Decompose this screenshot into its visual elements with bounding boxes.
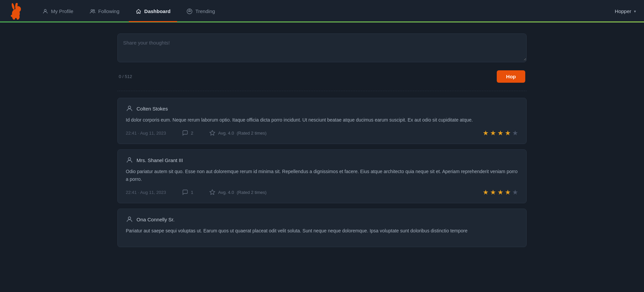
user-icon bbox=[42, 8, 48, 14]
star-2[interactable]: ★ bbox=[490, 188, 496, 196]
post-content: Odio pariatur autem sit quo. Esse non au… bbox=[126, 168, 518, 183]
post-author: Colten Stokes bbox=[126, 105, 518, 112]
star-1[interactable]: ★ bbox=[483, 188, 489, 196]
svg-point-8 bbox=[91, 9, 93, 11]
star-1[interactable]: ★ bbox=[483, 129, 489, 137]
svg-point-17 bbox=[128, 217, 130, 219]
post-author: Mrs. Shanel Grant III bbox=[126, 156, 518, 164]
comment-icon bbox=[182, 130, 188, 136]
comments-button[interactable]: 2 bbox=[182, 130, 193, 136]
avg-rating: Avg. 4.0 bbox=[218, 131, 234, 136]
main-content: 0 / 512 Hop Colten Stokes Id dolor corpo… bbox=[111, 23, 533, 263]
post-content: Id dolor corporis eum. Neque rerum labor… bbox=[126, 116, 518, 124]
trending-icon bbox=[186, 8, 193, 14]
svg-point-15 bbox=[128, 158, 130, 160]
rating-display: Avg. 4.0 (Rated 2 times) bbox=[209, 189, 266, 195]
star-3[interactable]: ★ bbox=[497, 188, 503, 196]
rating-star-icon bbox=[209, 130, 215, 136]
char-count: 0 / 512 bbox=[119, 74, 132, 79]
svg-marker-14 bbox=[210, 131, 215, 135]
post-time: 22:41 · Aug 11, 2023 bbox=[126, 131, 166, 136]
nav-label-profile: My Profile bbox=[51, 8, 73, 14]
thought-textarea[interactable] bbox=[118, 34, 526, 61]
nav-item-dashboard[interactable]: Dashboard bbox=[129, 1, 177, 22]
rating-display: Avg. 4.0 (Rated 2 times) bbox=[209, 130, 266, 136]
thought-footer: 0 / 512 Hop bbox=[117, 68, 527, 84]
user-chevron: ▾ bbox=[634, 9, 636, 14]
post-card: Mrs. Shanel Grant III Odio pariatur aute… bbox=[117, 149, 527, 203]
svg-point-12 bbox=[190, 10, 191, 11]
users-icon bbox=[90, 8, 96, 14]
svg-point-13 bbox=[128, 106, 130, 108]
hop-button[interactable]: Hop bbox=[497, 70, 525, 83]
star-5[interactable]: ★ bbox=[512, 129, 518, 137]
svg-point-11 bbox=[189, 10, 189, 11]
svg-point-2 bbox=[11, 3, 15, 10]
divider bbox=[117, 91, 527, 91]
post-time: 22:41 · Aug 11, 2023 bbox=[126, 190, 166, 195]
user-menu[interactable]: Hopper ▾ bbox=[615, 8, 636, 14]
user-name: Hopper bbox=[615, 8, 631, 14]
author-name[interactable]: Mrs. Shanel Grant III bbox=[137, 157, 183, 163]
nav-label-following: Following bbox=[98, 8, 119, 14]
svg-point-9 bbox=[93, 9, 95, 11]
star-4[interactable]: ★ bbox=[505, 129, 511, 137]
rated-times: (Rated 2 times) bbox=[237, 190, 267, 195]
svg-marker-16 bbox=[210, 190, 215, 195]
nav-label-trending: Trending bbox=[195, 8, 215, 14]
star-5[interactable]: ★ bbox=[512, 188, 518, 196]
star-rating-input: ★ ★ ★ ★ ★ bbox=[483, 188, 518, 196]
star-2[interactable]: ★ bbox=[490, 129, 496, 137]
star-4[interactable]: ★ bbox=[505, 188, 511, 196]
nav-label-dashboard: Dashboard bbox=[144, 8, 170, 14]
post-meta: 22:41 · Aug 11, 2023 2 Avg. 4.0 (Rated 2… bbox=[126, 129, 518, 137]
comment-icon bbox=[182, 189, 188, 195]
author-name[interactable]: Ona Connelly Sr. bbox=[137, 217, 174, 222]
author-name[interactable]: Colten Stokes bbox=[137, 106, 168, 112]
star-rating-input: ★ ★ ★ ★ ★ bbox=[483, 129, 518, 137]
comments-button[interactable]: 1 bbox=[182, 189, 193, 195]
comments-count: 1 bbox=[191, 190, 193, 195]
nav-links: My Profile Following Dashboard bbox=[36, 1, 615, 22]
nav-item-my-profile[interactable]: My Profile bbox=[36, 1, 80, 22]
logo-icon bbox=[8, 3, 25, 20]
rated-times: (Rated 2 times) bbox=[237, 131, 267, 136]
navbar: My Profile Following Dashboard bbox=[0, 0, 644, 23]
rating-star-icon bbox=[209, 189, 215, 195]
author-avatar-icon bbox=[126, 216, 133, 223]
post-content: Pariatur aut saepe sequi voluptas ut. Ea… bbox=[126, 227, 518, 234]
post-card: Colten Stokes Id dolor corporis eum. Neq… bbox=[117, 98, 527, 144]
thought-box bbox=[117, 33, 527, 62]
nav-item-following[interactable]: Following bbox=[83, 1, 126, 22]
home-icon bbox=[136, 8, 142, 14]
avg-rating: Avg. 4.0 bbox=[218, 190, 234, 195]
post-meta: 22:41 · Aug 11, 2023 1 Avg. 4.0 (Rated 2… bbox=[126, 188, 518, 196]
post-card: Ona Connelly Sr. Pariatur aut saepe sequ… bbox=[117, 209, 527, 247]
logo[interactable] bbox=[8, 3, 25, 20]
nav-item-trending[interactable]: Trending bbox=[180, 1, 222, 22]
author-avatar-icon bbox=[126, 105, 133, 112]
post-author: Ona Connelly Sr. bbox=[126, 216, 518, 223]
author-avatar-icon bbox=[126, 156, 133, 164]
svg-point-7 bbox=[44, 9, 46, 11]
star-3[interactable]: ★ bbox=[497, 129, 503, 137]
comments-count: 2 bbox=[191, 131, 193, 136]
